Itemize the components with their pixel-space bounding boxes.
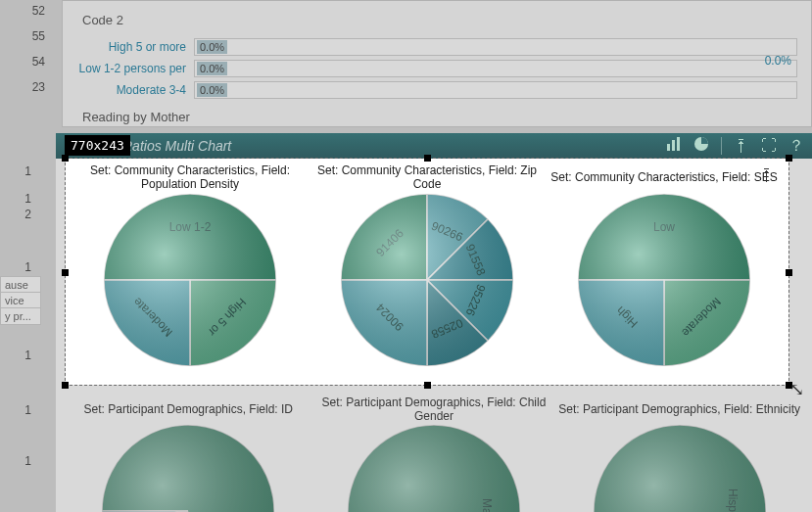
count-badge: 1: [24, 260, 31, 274]
left-sidebar-fragment: 52 55 54 23 1 1 2 1 ause vice y pr... 1 …: [0, 0, 49, 512]
bar-row: High 5 or more 0.0%: [76, 37, 797, 57]
svg-rect-1: [672, 140, 675, 151]
bar-track: 0.0%: [194, 38, 797, 56]
pie-chart-cell: Set: Participant Demographics, Field: Et…: [557, 396, 802, 512]
svg-rect-0: [667, 144, 670, 151]
pie-caption: Set: Participant Demographics, Field: ID: [66, 396, 310, 423]
fullscreen-icon[interactable]: ⛶: [761, 137, 777, 155]
row-number: 23: [32, 80, 45, 94]
bar-track: 0.0%: [194, 60, 797, 77]
count-badge: 1: [24, 164, 31, 178]
count-badge: 1: [24, 403, 31, 417]
bar-label: Low 1-2 persons per: [76, 62, 194, 75]
pie-chart[interactable]: Hispanic: [592, 423, 768, 512]
pie-chart[interactable]: [100, 423, 276, 512]
bar-track: 0.0%: [194, 81, 797, 99]
toolbar-divider: [721, 137, 722, 155]
pie-chart-cell: Set: Participant Demographics, Field: ID: [66, 396, 310, 512]
bar-pct: 0.0%: [197, 62, 227, 75]
reading-by-mother-label: Reading by Mother: [82, 110, 797, 124]
export-icon[interactable]: ⭱: [734, 137, 749, 155]
count-badge: 2: [24, 208, 31, 221]
row-number: 54: [32, 55, 45, 69]
bar-label: High 5 or more: [76, 40, 194, 54]
svg-rect-2: [677, 137, 680, 151]
pie-caption: Set: Participant Demographics, Field: Ch…: [311, 396, 556, 423]
bar-pct: 0.0%: [197, 40, 227, 54]
pie-chart-icon[interactable]: [693, 136, 709, 156]
row-number: 55: [32, 29, 45, 43]
bar-total-pct: 0.0%: [765, 54, 791, 68]
pie-chart[interactable]: Male: [346, 423, 522, 512]
bar-chart-icon[interactable]: [666, 137, 682, 155]
bar-label: Moderate 3-4: [76, 83, 194, 97]
count-badge: 1: [24, 192, 31, 206]
count-badge: 1: [24, 454, 31, 468]
pie-caption: Set: Participant Demographics, Field: Et…: [557, 396, 802, 423]
ratios-multi-chart-panel: Ratios Multi Chart ⭱ ⛶ ？ Set: Participan…: [56, 133, 812, 512]
truncated-label: y pr...: [0, 307, 41, 325]
help-icon[interactable]: ？: [788, 136, 804, 157]
svg-text:Hispanic: Hispanic: [725, 489, 739, 512]
svg-text:Male: Male: [480, 498, 494, 512]
chart-body: Set: Participant Demographics, Field: ID…: [56, 159, 812, 512]
pie-chart-cell: Set: Participant Demographics, Field: Ch…: [311, 396, 556, 512]
row-number: 52: [32, 4, 45, 18]
count-badge: 1: [24, 349, 31, 362]
top-bar-panel: Code 2 High 5 or more 0.0% Low 1-2 perso…: [62, 0, 812, 127]
panel-title: Ratios Multi Chart: [64, 138, 666, 154]
bar-pct: 0.0%: [197, 83, 227, 97]
panel-header[interactable]: Ratios Multi Chart ⭱ ⛶ ？: [56, 133, 812, 159]
bar-row: Low 1-2 persons per 0.0%: [76, 59, 797, 78]
bar-row: Moderate 3-4 0.0%: [76, 80, 797, 100]
code-label: Code 2: [82, 13, 797, 27]
